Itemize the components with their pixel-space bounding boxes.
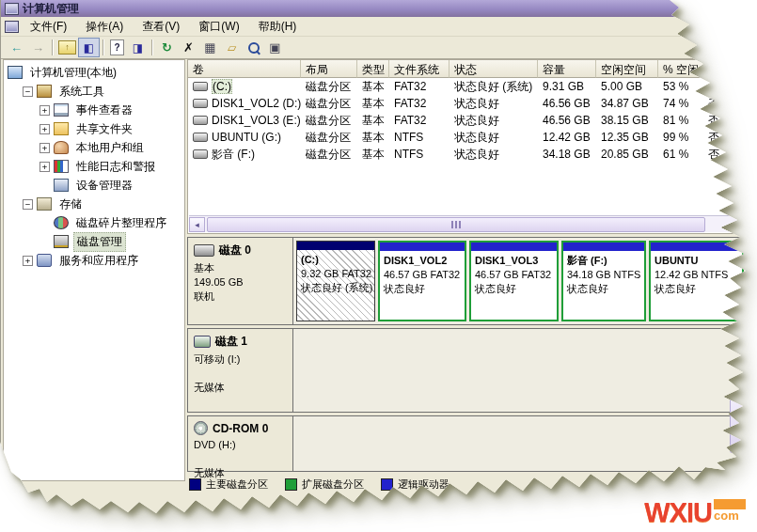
toolbar-separator (151, 39, 153, 55)
console-window-icon (5, 21, 19, 33)
forward-icon[interactable]: → (27, 38, 49, 57)
tree-item-disk-management[interactable]: 磁盘管理 (4, 232, 184, 251)
logical-color-swatch (381, 478, 393, 491)
logical-drive-stripe (651, 243, 742, 251)
tree-item-system-tools[interactable]: − 系统工具 (4, 82, 184, 101)
toolbar-separator (52, 39, 54, 55)
legend-extended-partition: 扩展磁盘分区 (285, 477, 364, 492)
console-window-pane-icon[interactable]: ▣ (264, 38, 286, 57)
menu-help[interactable]: 帮助(H) (249, 17, 307, 37)
expand-icon[interactable]: + (23, 256, 33, 266)
primary-color-swatch (189, 478, 201, 491)
table-row[interactable]: DISK1_VOL2 (D:) 磁盘分区 基本 FAT32 状态良好 46.56… (188, 95, 747, 112)
help-topics-icon[interactable]: ? (110, 39, 124, 55)
column-status[interactable]: 状态 (449, 60, 538, 78)
menu-bar: 文件(F) 操作(A) 查看(V) 窗口(W) 帮助(H) (1, 17, 753, 37)
back-icon[interactable]: ← (6, 38, 27, 57)
column-volume[interactable]: 卷 (188, 60, 301, 78)
event-viewer-icon (54, 103, 69, 117)
legend-primary-partition: 主要磁盘分区 (189, 477, 268, 492)
expand-icon[interactable]: + (39, 105, 50, 116)
collapse-icon[interactable]: − (23, 86, 33, 97)
menu-window[interactable]: 窗口(W) (189, 17, 248, 37)
expand-icon[interactable]: + (39, 162, 50, 172)
partition-disk1-vol3[interactable]: DISK1_VOL3 46.57 GB FAT32 状态良好 (469, 241, 559, 321)
removable-disk-icon (194, 336, 211, 348)
cdrom-0-media-area (293, 416, 747, 471)
menu-action[interactable]: 操作(A) (76, 17, 133, 37)
hard-disk-icon (194, 244, 214, 257)
open-folder-icon[interactable]: ▱ (221, 38, 243, 57)
disk-0-info[interactable]: 磁盘 0 基本 149.05 GB 联机 (188, 238, 293, 324)
disk-0-partitions: (C:) 9.32 GB FAT32 状态良好 (系统) DISK1_VOL2 … (293, 238, 747, 324)
window-title: 计算机管理 (23, 1, 79, 17)
tree-item-shared-folders[interactable]: + 共享文件夹 (4, 119, 184, 138)
console-tree: 计算机管理(本地) − 系统工具 + 事件查看器 + 共享文件夹 (3, 59, 185, 481)
primary-partition-stripe (297, 242, 374, 250)
find-icon[interactable] (243, 38, 264, 57)
table-row[interactable]: (C:) 磁盘分区 基本 FAT32 状态良好 (系统) 9.31 GB 5.0… (188, 78, 747, 95)
disk-1-info[interactable]: 磁盘 1 可移动 (I:) 无媒体 (188, 329, 293, 412)
horizontal-scrollbar[interactable]: ◂ (189, 215, 746, 232)
vertical-scrollbar[interactable] (730, 393, 746, 453)
volume-list-header: 卷 布局 类型 文件系统 状态 容量 空闲空间 % 空闲 (188, 60, 747, 78)
disk-graphical-view: 磁盘 0 基本 149.05 GB 联机 (C:) 9.32 GB FAT32 … (187, 237, 748, 526)
partition-media-f[interactable]: 影音 (F:) 34.18 GB NTFS 状态良好 (561, 241, 646, 321)
tree-item-services-applications[interactable]: + 服务和应用程序 (4, 251, 184, 270)
column-filesystem[interactable]: 文件系统 (389, 60, 449, 78)
show-hide-console-tree-icon[interactable]: ◧ (78, 38, 100, 57)
scrollbar-thumb[interactable] (207, 217, 705, 232)
tree-item-local-users-groups[interactable]: + 本地用户和组 (4, 138, 184, 157)
menu-file[interactable]: 文件(F) (21, 17, 76, 37)
column-percent-free[interactable]: % 空闲 (658, 60, 703, 78)
watermark-name: WXIU (644, 499, 712, 526)
column-free-space[interactable]: 空闲空间 (596, 60, 658, 78)
expand-icon[interactable]: + (39, 124, 50, 134)
delete-icon[interactable]: ✗ (178, 38, 199, 57)
tree-item-performance-logs[interactable]: + 性能日志和警报 (4, 157, 184, 176)
column-type[interactable]: 类型 (357, 60, 389, 78)
tree-item-event-viewer[interactable]: + 事件查看器 (4, 101, 184, 119)
partition-c[interactable]: (C:) 9.32 GB FAT32 状态良好 (系统) (296, 241, 375, 321)
properties-icon[interactable]: ▦ (199, 38, 221, 57)
system-tools-icon (37, 85, 52, 98)
expand-icon[interactable]: + (39, 143, 50, 153)
column-fault-tolerance[interactable] (703, 60, 745, 78)
performance-logs-icon (54, 160, 69, 173)
tree-item-disk-defragmenter[interactable]: 磁盘碎片整理程序 (4, 213, 184, 232)
scroll-left-icon[interactable]: ◂ (189, 217, 205, 232)
shared-folders-icon (54, 122, 69, 135)
toolbar-separator (103, 39, 104, 55)
partition-ubuntu[interactable]: UBUNTU 12.42 GB NTFS 状态良好 (649, 241, 744, 321)
table-row[interactable]: UBUNTU (G:) 磁盘分区 基本 NTFS 状态良好 12.42 GB 1… (188, 129, 747, 146)
splitter-grip-icon (451, 221, 462, 228)
extended-color-swatch (285, 478, 297, 491)
volume-icon (193, 82, 208, 91)
column-layout[interactable]: 布局 (301, 60, 357, 78)
logical-drive-stripe (471, 243, 557, 251)
table-row[interactable]: 影音 (F:) 磁盘分区 基本 NTFS 状态良好 34.18 GB 20.85… (188, 146, 747, 163)
show-hide-detail-pane-icon[interactable]: ◨ (127, 38, 149, 57)
table-row[interactable]: DISK1_VOL3 (E:) 磁盘分区 基本 FAT32 状态良好 46.56… (188, 112, 747, 129)
column-capacity[interactable]: 容量 (538, 60, 596, 78)
disk-0-row: 磁盘 0 基本 149.05 GB 联机 (C:) 9.32 GB FAT32 … (187, 237, 748, 325)
volume-list: 卷 布局 类型 文件系统 状态 容量 空闲空间 % 空闲 (C:) 磁盘分区 基… (187, 59, 748, 234)
tree-item-computer-management[interactable]: 计算机管理(本地) (4, 63, 184, 82)
computer-management-window: 计算机管理 文件(F) 操作(A) 查看(V) 窗口(W) 帮助(H) ← → … (0, 0, 753, 526)
menu-view[interactable]: 查看(V) (133, 17, 189, 37)
cd-rom-icon (194, 421, 208, 435)
storage-icon (37, 197, 52, 211)
app-window-icon (5, 3, 19, 15)
partition-disk1-vol2[interactable]: DISK1_VOL2 46.57 GB FAT32 状态良好 (378, 241, 466, 321)
disk-1-partitions (293, 329, 747, 412)
device-manager-icon (54, 179, 69, 192)
tree-item-storage[interactable]: − 存储 (4, 195, 184, 213)
extended-partition-region: DISK1_VOL2 46.57 GB FAT32 状态良好 DISK1_VOL… (378, 241, 744, 321)
watermark: WXIU com (644, 499, 746, 526)
cdrom-0-info[interactable]: CD-ROM 0 DVD (H:) 无媒体 (188, 416, 293, 471)
up-folder-icon[interactable]: ↑ (58, 40, 76, 55)
collapse-icon[interactable]: − (23, 199, 33, 210)
volume-icon (193, 133, 208, 142)
refresh-icon[interactable]: ↻ (156, 38, 178, 57)
tree-item-device-manager[interactable]: 设备管理器 (4, 176, 184, 195)
